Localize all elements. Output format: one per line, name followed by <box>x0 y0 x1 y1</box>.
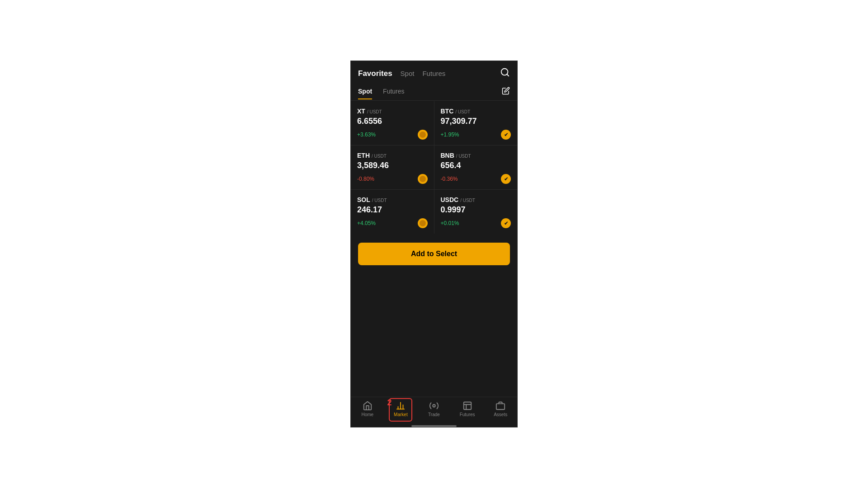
pair-btc-symbol: BTC <box>441 108 454 115</box>
market-badge: 2 <box>387 398 392 408</box>
pair-eth-symbol: ETH <box>357 152 370 159</box>
sub-tabs: Spot Futures <box>351 84 517 101</box>
nav-futures-label: Futures <box>460 412 475 417</box>
pair-eth-pair: / USDT <box>372 154 387 159</box>
check-mark-bnb: ✔ <box>504 176 508 182</box>
pair-bnb-footer: -0.36% ✔ <box>441 174 511 184</box>
pair-bnb[interactable]: BNB / USDT 656.4 -0.36% ✔ <box>434 145 518 189</box>
svg-rect-8 <box>496 404 505 409</box>
edit-icon[interactable] <box>502 87 510 100</box>
pair-bnb-price: 656.4 <box>441 161 511 170</box>
pair-sol-price: 246.17 <box>357 205 428 215</box>
pair-sol-badge <box>418 218 428 228</box>
add-to-select-button[interactable]: Add to Select <box>358 243 510 265</box>
pair-sol[interactable]: SOL / USDT 246.17 +4.05% <box>351 190 434 234</box>
pair-xt[interactable]: XT / USDT 6.6556 +3.63% <box>351 101 434 145</box>
tab-futures-sub[interactable]: Futures <box>383 88 404 99</box>
tab-spot-header[interactable]: Spot <box>401 70 415 77</box>
pair-xt-header: XT / USDT <box>357 108 428 115</box>
svg-line-1 <box>507 74 509 76</box>
trade-icon <box>429 401 439 411</box>
sub-tabs-left: Spot Futures <box>358 88 405 99</box>
futures-nav-icon <box>462 401 472 411</box>
nav-market[interactable]: 2 Market <box>384 401 418 417</box>
pair-bnb-badge: ✔ <box>501 174 511 184</box>
pair-sol-symbol: SOL <box>357 196 370 203</box>
pair-usdc[interactable]: USDC / USDT 0.9997 +0.01% ✔ <box>434 190 518 234</box>
pair-eth-price: 3,589.46 <box>357 161 428 170</box>
svg-point-6 <box>433 404 435 407</box>
check-mark: ✔ <box>504 132 508 138</box>
pair-usdc-symbol: USDC <box>441 196 459 203</box>
pair-sol-pair: / USDT <box>372 198 387 203</box>
pair-bnb-symbol: BNB <box>441 152 454 159</box>
header: Favorites Spot Futures <box>351 61 517 84</box>
pair-btc-pair: / USDT <box>455 109 470 114</box>
home-indicator <box>411 425 457 427</box>
pair-btc[interactable]: BTC / USDT 97,309.77 +1.95% ✔ <box>434 101 518 145</box>
coin-inner <box>420 131 426 138</box>
pair-btc-badge: ✔ <box>501 130 511 140</box>
pair-usdc-footer: +0.01% ✔ <box>441 218 511 228</box>
pair-bnb-header: BNB / USDT <box>441 152 511 159</box>
nav-trade-label: Trade <box>428 412 440 417</box>
svg-rect-7 <box>463 402 471 410</box>
coin-inner-sol <box>420 220 426 226</box>
coin-inner-eth <box>420 176 426 182</box>
pair-btc-header: BTC / USDT <box>441 108 511 115</box>
pair-bnb-change: -0.36% <box>441 176 458 182</box>
pair-xt-badge <box>418 130 428 140</box>
pair-eth-footer: -0.80% <box>357 174 428 184</box>
tab-futures-header[interactable]: Futures <box>422 70 445 77</box>
pair-eth[interactable]: ETH / USDT 3,589.46 -0.80% <box>351 145 434 189</box>
header-tabs: Favorites Spot Futures <box>358 69 445 78</box>
pair-sol-header: SOL / USDT <box>357 196 428 203</box>
add-btn-container: Add to Select <box>351 234 517 274</box>
pair-xt-pair: / USDT <box>367 109 382 114</box>
tab-favorites[interactable]: Favorites <box>358 69 392 78</box>
home-icon <box>363 401 373 411</box>
nav-assets[interactable]: Assets <box>484 401 517 417</box>
pair-xt-footer: +3.63% <box>357 130 428 140</box>
check-mark-usdc: ✔ <box>504 221 508 226</box>
pair-eth-header: ETH / USDT <box>357 152 428 159</box>
tab-spot[interactable]: Spot <box>358 88 372 99</box>
pair-xt-price: 6.6556 <box>357 117 428 126</box>
pair-xt-symbol: XT <box>357 108 365 115</box>
pair-usdc-price: 0.9997 <box>441 205 511 215</box>
pair-btc-change: +1.95% <box>441 131 459 138</box>
pair-sol-footer: +4.05% <box>357 218 428 228</box>
pair-usdc-badge: ✔ <box>501 218 511 228</box>
phone-container: Favorites Spot Futures Spot Futures <box>350 61 518 427</box>
pair-eth-badge <box>418 174 428 184</box>
assets-icon <box>495 401 505 411</box>
pair-usdc-pair: / USDT <box>460 198 475 203</box>
bottom-nav: Home 2 Market Trade <box>351 397 517 422</box>
pair-usdc-header: USDC / USDT <box>441 196 511 203</box>
pairs-grid: XT / USDT 6.6556 +3.63% BTC / USDT 97,30… <box>351 101 517 234</box>
pair-bnb-pair: / USDT <box>456 154 471 159</box>
pair-sol-change: +4.05% <box>357 220 376 226</box>
market-highlight-box <box>389 398 412 422</box>
nav-home[interactable]: Home <box>351 401 384 417</box>
pair-btc-price: 97,309.77 <box>441 117 511 126</box>
pair-eth-change: -0.80% <box>357 176 374 182</box>
nav-futures[interactable]: Futures <box>451 401 484 417</box>
nav-assets-label: Assets <box>494 412 507 417</box>
search-icon[interactable] <box>500 67 510 80</box>
pair-usdc-change: +0.01% <box>441 220 459 226</box>
nav-trade[interactable]: Trade <box>417 401 451 417</box>
pair-btc-footer: +1.95% ✔ <box>441 130 511 140</box>
nav-home-label: Home <box>361 412 373 417</box>
pair-xt-change: +3.63% <box>357 131 376 138</box>
content-spacer <box>351 274 517 397</box>
